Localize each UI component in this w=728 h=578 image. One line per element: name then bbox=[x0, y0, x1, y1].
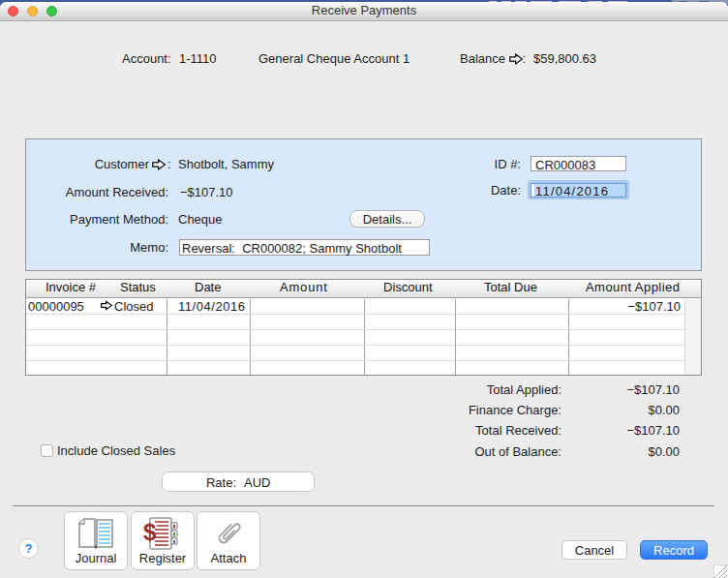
svg-text:$: $ bbox=[143, 519, 157, 545]
